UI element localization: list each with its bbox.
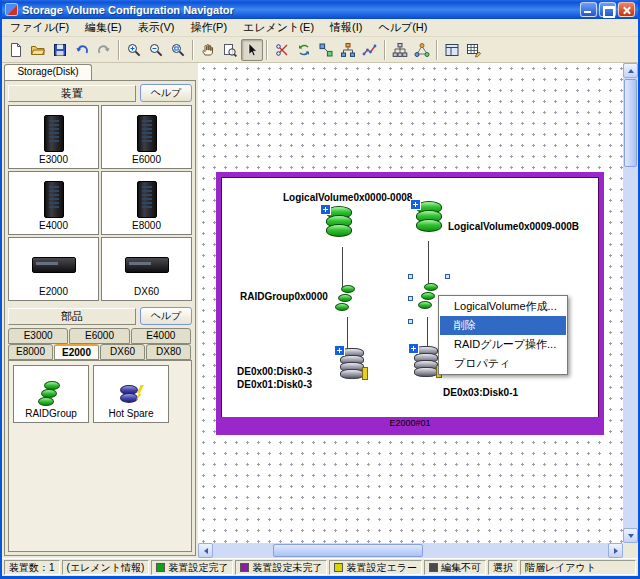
tree-layout-icon[interactable] bbox=[337, 39, 359, 61]
context-menu-item-delete[interactable]: 削除 bbox=[440, 316, 566, 335]
legend-purple-swatch bbox=[240, 563, 249, 572]
context-menu-item-raidgroup-op[interactable]: RAIDグループ操作... bbox=[440, 335, 566, 354]
parts-area: RAIDGroup Hot Spare bbox=[8, 360, 192, 552]
device-item-e8000[interactable]: E8000 bbox=[101, 171, 192, 235]
close-icon[interactable] bbox=[618, 2, 635, 17]
device-item-e2000[interactable]: E2000 bbox=[8, 237, 99, 301]
redo-icon[interactable] bbox=[93, 39, 115, 61]
cut-connection-icon[interactable] bbox=[271, 39, 293, 61]
tab-storage-disk[interactable]: Storage(Disk) bbox=[4, 64, 92, 80]
zoom-page-icon[interactable] bbox=[219, 39, 241, 61]
device-item-e4000[interactable]: E4000 bbox=[8, 171, 99, 235]
status-bar: 装置数：1 (エレメント情報) 装置設定完了 装置設定未完了 装置設定エラー 編… bbox=[2, 558, 638, 576]
legend-label: 装置設定未完了 bbox=[252, 561, 322, 575]
parts-tab-e4000[interactable]: E4000 bbox=[131, 328, 191, 344]
hot-spare-icon bbox=[118, 381, 144, 408]
legend-locked: 編集不可 bbox=[424, 560, 486, 575]
graph-line-icon[interactable] bbox=[359, 39, 381, 61]
status-selection-mode: 選択 bbox=[488, 560, 518, 575]
canvas-wrap: LogicalVolume0x0000-0008 LogicalVolume0x… bbox=[198, 63, 638, 558]
device-item-e6000[interactable]: E6000 bbox=[101, 105, 192, 169]
undo-icon[interactable] bbox=[71, 39, 93, 61]
diagram-canvas[interactable]: LogicalVolume0x0000-0008 LogicalVolume0x… bbox=[198, 63, 623, 543]
raid-group-1-label: RAIDGroup0x0000 bbox=[240, 291, 328, 302]
maximize-icon[interactable] bbox=[599, 2, 616, 17]
disk-enclosure-2-icon[interactable] bbox=[414, 349, 440, 377]
disk-enclosure-1-label-1: DE0x00:Disk0-3 bbox=[237, 366, 312, 377]
parts-tab-e3000[interactable]: E3000 bbox=[8, 328, 68, 344]
left-panel-body: 装置 ヘルプ E3000 E6000 E4000 bbox=[4, 80, 196, 556]
menu-element[interactable]: エレメント(E) bbox=[235, 18, 322, 37]
pan-hand-icon[interactable] bbox=[197, 39, 219, 61]
zoom-in-icon[interactable] bbox=[123, 39, 145, 61]
legend-label: 装置設定完了 bbox=[168, 561, 228, 575]
parts-tab-e2000[interactable]: E2000 bbox=[54, 344, 99, 360]
window-title: Storage Volume Configuration Navigator bbox=[22, 4, 578, 16]
scroll-right-icon[interactable] bbox=[608, 543, 623, 558]
logical-volume-1-label: LogicalVolume0x0000-0008 bbox=[283, 192, 412, 203]
grid-layout-icon[interactable] bbox=[441, 39, 463, 61]
title-bar[interactable]: Storage Volume Configuration Navigator bbox=[2, 0, 638, 19]
context-menu: LogicalVolume作成... 削除 RAIDグループ操作... プロパテ… bbox=[438, 295, 568, 375]
zoom-out-icon[interactable] bbox=[145, 39, 167, 61]
menu-help[interactable]: ヘルプ(H) bbox=[370, 18, 435, 37]
vertical-scrollbar[interactable] bbox=[623, 63, 638, 543]
table-edit-icon[interactable] bbox=[463, 39, 485, 61]
scroll-up-icon[interactable] bbox=[623, 63, 638, 78]
menu-operation[interactable]: 操作(P) bbox=[182, 18, 235, 37]
horizontal-scroll-thumb[interactable] bbox=[273, 544, 423, 557]
network-chart-icon[interactable] bbox=[411, 39, 433, 61]
menu-view[interactable]: 表示(V) bbox=[130, 18, 183, 37]
context-menu-item-properties[interactable]: プロパティ bbox=[440, 354, 566, 373]
part-label: RAIDGroup bbox=[25, 408, 77, 419]
scroll-down-icon[interactable] bbox=[623, 528, 638, 543]
open-folder-icon[interactable] bbox=[27, 39, 49, 61]
rack-server-icon bbox=[32, 257, 76, 273]
vertical-scroll-thumb[interactable] bbox=[624, 79, 637, 167]
toolbar-separator bbox=[266, 40, 268, 60]
disk-enclosure-1-icon[interactable] bbox=[340, 351, 366, 379]
refresh-layout-icon[interactable] bbox=[293, 39, 315, 61]
add-badge-icon bbox=[334, 345, 345, 356]
raid-group-1-icon[interactable] bbox=[335, 285, 357, 317]
legend-gray-swatch bbox=[429, 563, 438, 572]
device-help-button[interactable]: ヘルプ bbox=[140, 84, 192, 102]
part-label: Hot Spare bbox=[108, 408, 153, 419]
part-item-hotspare[interactable]: Hot Spare bbox=[93, 365, 169, 423]
rack-server-icon bbox=[125, 257, 169, 273]
logical-volume-2-icon[interactable] bbox=[416, 205, 442, 232]
parts-help-button[interactable]: ヘルプ bbox=[140, 307, 192, 325]
device-label: DX60 bbox=[134, 286, 159, 297]
parts-tab-dx80[interactable]: DX80 bbox=[146, 344, 191, 360]
tower-server-icon bbox=[137, 115, 157, 152]
selection-mode-text: 選択 bbox=[493, 561, 513, 575]
device-frame-label: E2000#01 bbox=[221, 417, 599, 430]
legend-label: 装置設定エラー bbox=[346, 561, 416, 575]
select-pointer-icon[interactable] bbox=[241, 39, 263, 61]
parts-tab-e6000[interactable]: E6000 bbox=[69, 328, 129, 344]
disk-enclosure-2-label: DE0x03:Disk0-1 bbox=[443, 387, 518, 398]
parts-tab-e8000[interactable]: E8000 bbox=[8, 344, 53, 360]
assign-elements-icon[interactable] bbox=[315, 39, 337, 61]
scroll-left-icon[interactable] bbox=[198, 543, 213, 558]
horizontal-scrollbar[interactable] bbox=[198, 543, 638, 558]
context-menu-item-create-lv[interactable]: LogicalVolume作成... bbox=[440, 297, 566, 316]
minimize-icon[interactable] bbox=[580, 2, 597, 17]
part-item-raidgroup[interactable]: RAIDGroup bbox=[13, 365, 89, 423]
legend-green-swatch bbox=[156, 563, 165, 572]
layout-mode-text: 階層レイアウト bbox=[525, 561, 596, 575]
zoom-fit-icon[interactable] bbox=[167, 39, 189, 61]
scrollbar-corner bbox=[623, 543, 638, 558]
menu-info[interactable]: 情報(I) bbox=[322, 18, 370, 37]
org-chart-icon[interactable] bbox=[389, 39, 411, 61]
device-item-dx60[interactable]: DX60 bbox=[101, 237, 192, 301]
menu-file[interactable]: ファイル(F) bbox=[2, 18, 77, 37]
logical-volume-1-icon[interactable] bbox=[326, 210, 352, 237]
app-icon bbox=[5, 3, 18, 16]
device-grid: E3000 E6000 E4000 E8000 bbox=[8, 105, 192, 301]
menu-edit[interactable]: 編集(E) bbox=[77, 18, 130, 37]
device-item-e3000[interactable]: E3000 bbox=[8, 105, 99, 169]
new-document-icon[interactable] bbox=[5, 39, 27, 61]
save-icon[interactable] bbox=[49, 39, 71, 61]
parts-tab-dx60[interactable]: DX60 bbox=[100, 344, 145, 360]
